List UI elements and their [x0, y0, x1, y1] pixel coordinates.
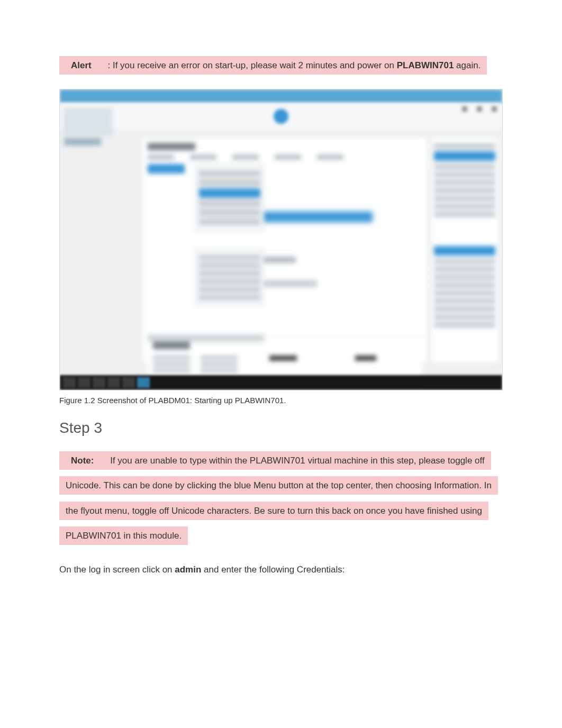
ss-field-label — [259, 280, 317, 287]
figure-screenshot-wrap — [59, 89, 503, 390]
ss-line — [201, 368, 238, 372]
step-heading: Step 3 — [59, 420, 503, 436]
taskbar-item — [93, 377, 105, 388]
right-item — [434, 298, 495, 304]
right-item — [434, 196, 495, 201]
ss-left-panel — [64, 108, 128, 145]
alert-block: Alert : If you receive an error on start… — [59, 53, 503, 78]
alert-text-2: again. — [454, 60, 481, 70]
right-item — [434, 212, 495, 217]
menu-item — [199, 295, 260, 300]
login-instruction: On the log in screen click on admin and … — [59, 562, 503, 577]
vm-thumbnail — [64, 108, 112, 135]
tab-item — [232, 154, 259, 160]
ss-center-panel — [142, 137, 428, 363]
taskbar-item — [107, 377, 120, 388]
ss-status-row — [148, 334, 264, 342]
note-text: If you are unable to type within the PLA… — [66, 456, 492, 541]
alert-label: Alert — [66, 56, 97, 75]
ss-line — [201, 356, 238, 360]
menu-item — [199, 210, 260, 216]
menu-item — [199, 287, 260, 292]
right-item — [434, 314, 495, 320]
ss-highlight-bar — [256, 212, 373, 222]
taskbar-item-active — [137, 377, 150, 388]
ss-bottom-title — [153, 342, 190, 349]
menu-item — [199, 271, 260, 276]
ss-submenu — [195, 249, 264, 306]
right-item — [434, 283, 495, 288]
alert-host: PLABWIN701 — [397, 60, 454, 70]
ss-tabs — [148, 154, 422, 160]
menu-item — [199, 219, 260, 225]
right-item — [434, 164, 495, 169]
right-header — [434, 246, 495, 256]
note-block: Note: If you are unable to type within t… — [59, 448, 503, 549]
ss-line — [153, 362, 190, 366]
menu-item — [199, 201, 260, 207]
right-item — [434, 204, 495, 209]
instruction-bold: admin — [175, 565, 201, 575]
window-controls — [462, 106, 497, 112]
ss-right-panel — [430, 137, 499, 363]
right-item — [434, 290, 495, 296]
ss-black-label — [355, 356, 376, 361]
right-item — [434, 180, 495, 185]
menu-item — [199, 179, 260, 186]
maximize-icon — [477, 106, 482, 112]
ss-primary-pill — [148, 164, 185, 174]
ss-titlebar — [60, 89, 502, 103]
alert-text-1: : If you receive an error on start-up, p… — [107, 60, 396, 70]
right-item — [434, 275, 495, 280]
vm-label — [64, 138, 101, 145]
instruction-part2: and enter the following Credentials: — [201, 565, 345, 575]
tab-item — [275, 154, 301, 160]
tab-item — [148, 154, 174, 160]
tab-item — [317, 154, 343, 160]
taskbar-item — [122, 377, 135, 388]
menu-button-icon — [274, 109, 288, 124]
ss-panel-title — [148, 143, 195, 150]
taskbar-item — [78, 377, 90, 388]
ss-taskbar — [60, 375, 502, 390]
right-header — [434, 151, 495, 161]
right-item — [434, 143, 495, 149]
right-item — [434, 188, 495, 193]
ss-context-menu — [195, 164, 264, 231]
menu-item — [199, 263, 260, 268]
menu-item — [199, 170, 260, 177]
taskbar-item — [63, 377, 76, 388]
tab-item — [190, 154, 216, 160]
close-icon — [492, 106, 497, 112]
menu-item-selected — [199, 188, 260, 198]
figure-screenshot — [59, 89, 503, 390]
minimize-icon — [462, 106, 467, 112]
right-item — [434, 322, 495, 327]
menu-item — [199, 255, 260, 260]
ss-line — [153, 368, 190, 372]
ss-field-label — [259, 257, 296, 263]
ss-black-label — [269, 356, 297, 361]
right-item — [434, 172, 495, 177]
note-label: Note: — [66, 451, 99, 470]
right-item — [434, 267, 495, 272]
ss-line — [153, 356, 190, 360]
instruction-part1: On the log in screen click on — [59, 565, 175, 575]
ss-line — [201, 362, 238, 366]
right-item — [434, 259, 495, 264]
right-item — [434, 306, 495, 312]
menu-item — [199, 279, 260, 284]
figure-caption: Figure 1.2 Screenshot of PLABDM01: Start… — [59, 396, 503, 405]
